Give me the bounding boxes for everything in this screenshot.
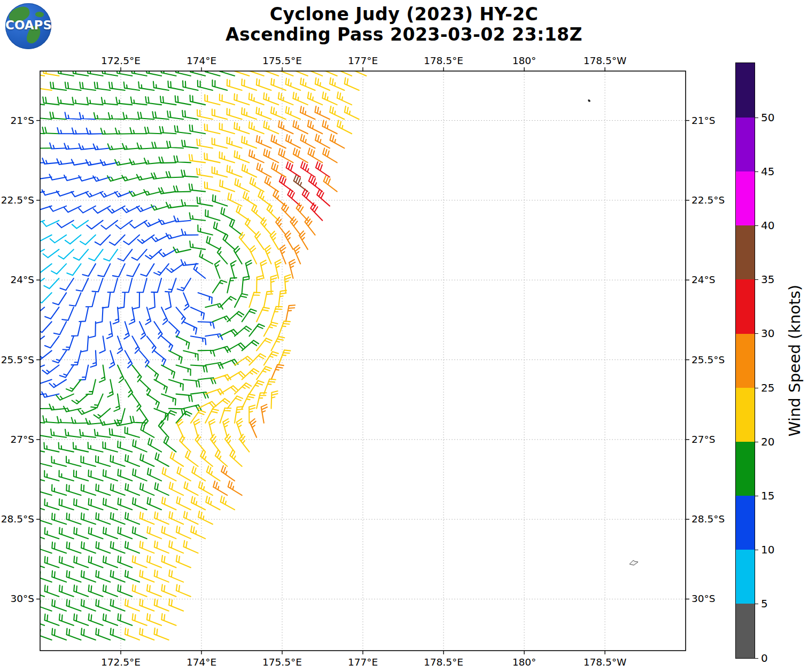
colorbar-tick-label: 40 [761,219,774,232]
wind-barb [263,149,278,162]
x-tick-label: 174°E [187,55,216,66]
wind-barb [159,187,176,193]
wind-barb [243,192,257,206]
wind-barb [95,429,111,437]
wind-barb [125,571,139,582]
wind-barb [309,175,323,191]
wind-barb [182,229,198,235]
wind-barb [132,249,147,260]
wind-barb [37,457,51,466]
wind-barb [65,429,81,437]
wind-barb [220,296,236,307]
wind-barb [91,394,103,408]
wind-barb [65,82,81,90]
wind-barb [212,109,227,119]
wind-barb [80,82,96,90]
colorbar-tick-label: 10 [761,543,774,556]
wind-barb [35,403,52,409]
wind-barb [261,404,267,423]
wind-barb [36,429,52,437]
colorbar-band [736,387,755,442]
wind-barb [228,481,242,495]
wind-barb [161,394,176,405]
wind-barb [235,326,251,337]
wind-barb [176,556,191,568]
wind-barb [108,206,125,213]
wind-barb [184,482,198,495]
wind-barb [169,570,183,582]
wind-barb [115,128,132,134]
wind-barb [114,394,120,411]
colorbar-tick [755,388,758,388]
wind-barb [59,614,74,626]
colorbar-tick [755,496,758,496]
wind-barb [175,96,191,105]
colorbar-tick [755,333,758,334]
wind-barb [92,278,103,292]
wind-barb [60,365,74,378]
wind-barb [235,65,250,76]
wind-barb [154,409,168,420]
wind-barb [257,136,271,149]
wind-barb [176,336,190,349]
wind-barb [89,498,103,510]
wind-barb [87,97,103,105]
wind-barb [182,140,198,149]
colorbar-tick-label: 45 [761,165,774,178]
wind-barb [37,629,52,640]
wind-barb [147,336,156,353]
wind-barb [69,293,81,306]
wind-barb [87,128,103,134]
wind-barb [227,166,242,177]
wind-barb [206,237,220,249]
wind-barb [250,177,264,191]
wind-barb [146,307,151,324]
wind-barb [74,470,88,481]
wind-barb [227,343,245,350]
wind-barb [111,455,125,466]
wind-barb [191,365,207,372]
wind-barb [111,628,125,640]
wind-barb [89,527,103,538]
wind-barb [132,336,139,353]
islet-north [588,99,591,102]
wind-barb [161,336,173,351]
colorbar-band [736,279,755,334]
wind-barb [86,293,96,307]
wind-barb [249,122,264,134]
x-tick-label: 172.5°E [101,55,141,66]
wind-barb [37,571,52,582]
wind-barb [189,154,205,162]
x-tick-label: 180° [512,657,537,668]
wind-barb [81,599,96,611]
wind-barb [280,245,286,264]
y-tick-label: 22.5°S [1,194,34,206]
wind-barb [45,336,59,348]
wind-barb [220,180,235,192]
wind-barb [67,599,81,611]
wind-barb [109,82,125,90]
wind-barb [94,409,111,418]
wind-barb [198,511,213,525]
wind-barb [58,249,74,259]
wind-barb [147,394,159,409]
wind-barb [65,112,81,119]
wind-barb [271,107,286,119]
wind-barb [43,416,59,423]
wind-barb [74,614,88,625]
wind-barb [110,350,115,368]
wind-barb [271,365,284,380]
wind-barb [322,64,337,76]
wind-barb [123,113,139,120]
wind-barb [198,378,216,384]
wind-barb [155,483,169,495]
wind-barb [286,162,301,177]
wind-barb [74,585,88,596]
wind-barb [67,264,81,275]
wind-barb [52,600,66,611]
wind-barb [127,264,139,277]
wind-barb [147,365,159,380]
wind-barb [162,556,176,568]
wind-barb [198,225,213,235]
wind-barb [125,512,139,524]
